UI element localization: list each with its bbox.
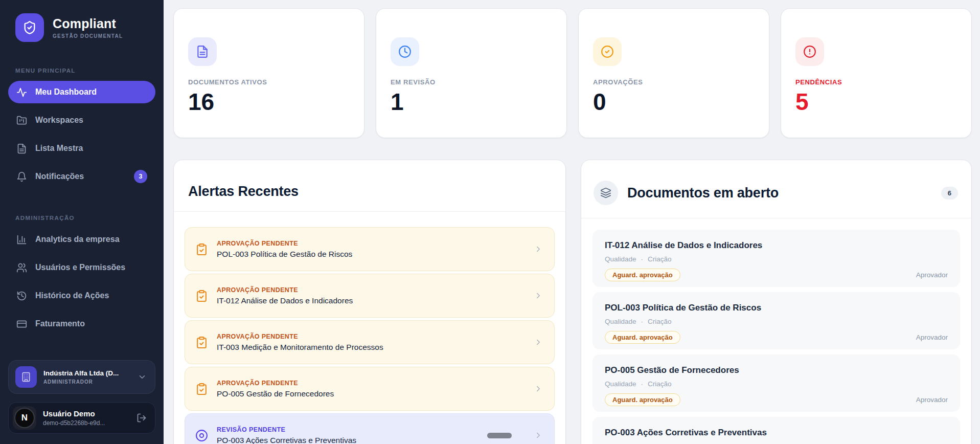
- clipboard-check-icon: [195, 383, 208, 395]
- app-title: Compliant: [53, 16, 123, 31]
- sidebar-item-label: Usuários e Permissões: [35, 263, 125, 272]
- alert-type-label: APROVAÇÃO PENDENTE: [217, 333, 383, 340]
- doc-role: Aprovador: [916, 396, 948, 404]
- bell-icon: [16, 171, 27, 182]
- alert-doc-title: IT-003 Medição e Monitoramento de Proces…: [217, 343, 383, 352]
- sidebar-item-label: Meu Dashboard: [35, 87, 97, 97]
- sidebar-item-label: Notificações: [35, 172, 84, 181]
- history-icon: [16, 291, 27, 301]
- sidebar-item-historico[interactable]: Histórico de Ações: [8, 284, 155, 307]
- layers-icon: [594, 181, 618, 205]
- sidebar-item-usuarios[interactable]: Usuários e Permissões: [8, 256, 155, 279]
- alert-doc-title: PO-003 Ações Corretivas e Preventivas: [217, 436, 356, 444]
- alert-type-label: APROVAÇÃO PENDENTE: [217, 380, 334, 387]
- alert-item[interactable]: APROVAÇÃO PENDENTE IT-003 Medição e Moni…: [185, 320, 555, 364]
- document-list-item[interactable]: PO-005 Gestão de Fornecedores Qualidade·…: [592, 354, 960, 412]
- app-tagline: GESTÃO DOCUMENTAL: [53, 33, 123, 39]
- chevron-down-icon: [138, 372, 147, 382]
- menu-section-label: MENU PRINCIPAL: [15, 68, 148, 74]
- alert-type-label: APROVAÇÃO PENDENTE: [217, 286, 353, 294]
- sidebar-item-label: Faturamento: [35, 319, 85, 328]
- doc-title: PO-005 Gestão de Fornecedores: [605, 365, 948, 375]
- credit-card-icon: [16, 319, 27, 329]
- main-nav: Meu Dashboard Workspaces Lista Mestra No…: [0, 81, 164, 193]
- doc-title: IT-012 Análise de Dados e Indicadores: [605, 240, 948, 251]
- document-list-item[interactable]: IT-012 Análise de Dados e Indicadores Qu…: [592, 230, 960, 287]
- stat-label: EM REVISÃO: [391, 78, 552, 86]
- stat-label: APROVAÇÕES: [593, 78, 755, 86]
- check-circle-icon: [593, 37, 622, 66]
- clipboard-check-icon: [195, 243, 208, 256]
- stat-value: 1: [391, 90, 552, 114]
- notifications-badge: 3: [134, 170, 147, 183]
- folder-icon: [16, 115, 27, 126]
- alert-doc-title: POL-003 Política de Gestão de Riscos: [217, 250, 352, 259]
- alert-item[interactable]: APROVAÇÃO PENDENTE PO-005 Gestão de Forn…: [185, 367, 555, 411]
- alerts-card: Alertas Recentes APROVAÇÃO PENDENTE POL-…: [173, 160, 566, 444]
- clipboard-check-icon: [195, 336, 208, 349]
- chevron-right-icon: [534, 384, 543, 393]
- stat-card-documentos-ativos: DOCUMENTOS ATIVOS 16: [173, 8, 364, 138]
- status-badge: Aguard. aprovação: [605, 269, 680, 281]
- drag-handle-pill: [487, 433, 512, 438]
- alert-type-label: REVISÃO PENDENTE: [217, 426, 356, 433]
- stat-value: 16: [188, 90, 350, 114]
- admin-nav: Analytics da empresa Usuários e Permissõ…: [0, 228, 164, 341]
- chevron-right-icon: [534, 431, 543, 440]
- sidebar: Compliant GESTÃO DOCUMENTAL MENU PRINCIP…: [0, 0, 164, 444]
- chevron-right-icon: [534, 245, 543, 254]
- file-text-icon: [188, 37, 217, 66]
- user-card[interactable]: N Usuário Demo demo-d5b2268b-e9d...: [8, 402, 155, 434]
- brand: Compliant GESTÃO DOCUMENTAL: [15, 13, 153, 42]
- doc-meta: Qualidade·Criação: [605, 255, 948, 263]
- bar-chart-icon: [16, 234, 27, 245]
- admin-section-label: ADMINISTRAÇÃO: [15, 215, 148, 221]
- sidebar-item-label: Workspaces: [35, 116, 83, 125]
- status-badge: Aguard. aprovação: [605, 393, 680, 406]
- stat-label: DOCUMENTOS ATIVOS: [188, 78, 350, 86]
- stat-card-pendencias: PENDÊNCIAS 5: [781, 8, 972, 138]
- alert-doc-title: IT-012 Análise de Dados e Indicadores: [217, 296, 353, 305]
- sidebar-item-notificacoes[interactable]: Notificações 3: [8, 165, 155, 188]
- stat-card-aprovacoes: APROVAÇÕES 0: [578, 8, 769, 138]
- alerts-title: Alertas Recentes: [188, 184, 551, 199]
- stat-value: 0: [593, 90, 755, 114]
- user-id: demo-d5b2268b-e9d...: [43, 419, 105, 427]
- avatar: N: [13, 406, 36, 430]
- users-icon: [16, 262, 27, 273]
- clipboard-check-icon: [195, 290, 208, 302]
- sidebar-item-dashboard[interactable]: Meu Dashboard: [8, 81, 155, 103]
- alert-type-label: APROVAÇÃO PENDENTE: [217, 240, 352, 247]
- doc-meta: Qualidade·Criação: [605, 318, 948, 325]
- document-list-item[interactable]: PO-003 Ações Corretivas e Preventivas Qu…: [592, 417, 960, 444]
- alert-circle-icon: [795, 37, 824, 66]
- doc-meta: Qualidade·Criação: [605, 380, 948, 388]
- alert-item[interactable]: APROVAÇÃO PENDENTE IT-012 Análise de Dad…: [185, 274, 555, 318]
- sidebar-item-workspaces[interactable]: Workspaces: [8, 109, 155, 131]
- activity-icon: [16, 87, 27, 98]
- stats-row: DOCUMENTOS ATIVOS 16 EM REVISÃO 1 APROVA…: [173, 8, 972, 138]
- document-list-item[interactable]: POL-003 Política de Gestão de Riscos Qua…: [592, 292, 960, 349]
- alert-item-review[interactable]: REVISÃO PENDENTE PO-003 Ações Corretivas…: [185, 413, 555, 444]
- org-role: ADMINISTRADOR: [43, 379, 119, 385]
- file-text-icon: [16, 143, 27, 154]
- doc-title: PO-003 Ações Corretivas e Preventivas: [605, 428, 948, 438]
- sidebar-item-faturamento[interactable]: Faturamento: [8, 313, 155, 335]
- clock-icon: [391, 37, 419, 66]
- sidebar-item-analytics[interactable]: Analytics da empresa: [8, 228, 155, 251]
- sidebar-item-lista-mestra[interactable]: Lista Mestra: [8, 137, 155, 160]
- shield-check-logo-icon: [15, 13, 44, 42]
- alert-item[interactable]: APROVAÇÃO PENDENTE POL-003 Política de G…: [185, 227, 555, 271]
- main-content: DOCUMENTOS ATIVOS 16 EM REVISÃO 1 APROVA…: [164, 0, 980, 444]
- doc-title: POL-003 Política de Gestão de Riscos: [605, 303, 948, 313]
- open-documents-card: Documentos em aberto 6 IT-012 Análise de…: [581, 160, 972, 444]
- logout-icon[interactable]: [136, 413, 147, 423]
- org-selector[interactable]: Indústria Alfa Ltda (D... ADMINISTRADOR: [8, 360, 155, 394]
- stat-value: 5: [795, 90, 957, 114]
- building-icon: [15, 366, 37, 388]
- stat-card-em-revisao: EM REVISÃO 1: [376, 8, 567, 138]
- docs-count-badge: 6: [941, 187, 958, 199]
- sidebar-item-label: Analytics da empresa: [35, 235, 120, 244]
- sidebar-item-label: Histórico de Ações: [35, 291, 109, 300]
- chevron-right-icon: [534, 338, 543, 347]
